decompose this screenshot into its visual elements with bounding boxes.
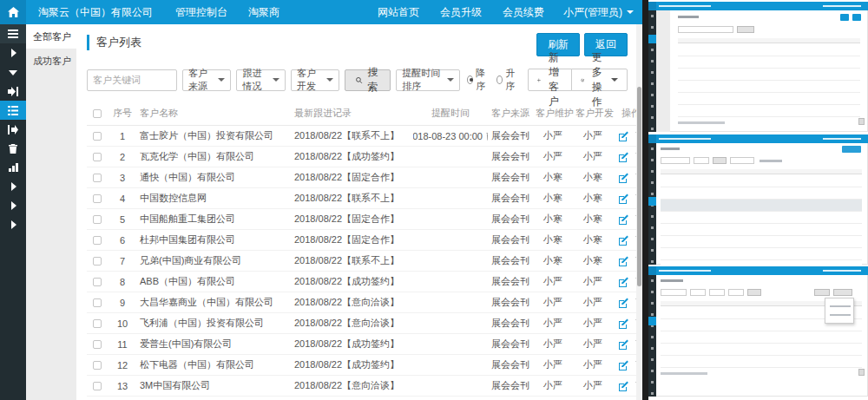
row-checkbox[interactable] <box>93 361 102 370</box>
customer-table-row: 2 瓦克化学（中国）有限公司 2018/08/22【成功签约】 展会会刊 <box>87 147 636 167</box>
customer-table-body: 1 富士胶片（中国）投资有限公司 2018/08/22【联系不上】 2018-0… <box>87 126 636 400</box>
cell-developer: 小严 <box>573 126 613 147</box>
cell-customer-name: 中国数控信息网 <box>137 188 292 209</box>
brand-company[interactable]: 淘聚云（中国）有限公司 <box>26 0 165 24</box>
radio-desc[interactable]: 降序 <box>467 67 488 93</box>
cell-customer-name: 瓦克化学（中国）有限公司 <box>137 147 292 167</box>
edit-icon[interactable] <box>618 131 628 141</box>
cell-latest-record: 2018/08/22【固定合作】 <box>292 230 413 251</box>
customer-table-row: 12 松下电器（中国）有限公司 2018/08/22【成功签约】 展会会刊 <box>87 355 636 376</box>
followup-select[interactable]: 跟进情况 <box>236 69 285 91</box>
customer-list-icon[interactable] <box>0 101 26 120</box>
cell-developer: 小寒 <box>573 167 613 188</box>
cell-no: 5 <box>108 209 137 230</box>
cell-latest-record: 2018/08/22【意向洽谈】 <box>292 376 413 397</box>
develop-select[interactable]: 客户开发 <box>291 69 339 91</box>
nav-member-renew[interactable]: 会员续费 <box>492 0 555 24</box>
thumb2-sort-select <box>730 157 754 164</box>
thumb1-home-icon <box>648 2 656 10</box>
sort-select[interactable]: 提醒时间排序 <box>396 69 460 91</box>
chevron-right-icon[interactable] <box>0 196 26 215</box>
submenu-item-all-customers[interactable]: 全部客户 <box>26 24 76 49</box>
keyword-input[interactable] <box>87 69 177 91</box>
source-select[interactable]: 客户来源 <box>182 69 231 91</box>
thumb2-filter-select <box>694 157 709 164</box>
row-checkbox[interactable] <box>93 153 102 161</box>
cell-latest-record: 2018/08/22【联系不上】 <box>292 397 413 400</box>
sidebar-toggle-menu-icon[interactable] <box>0 24 26 43</box>
customer-table-row: 14 西门子(中国)有限公司 2018/08/22【联系不上】 展会会刊 <box>87 397 636 400</box>
row-checkbox[interactable] <box>93 174 102 182</box>
thumb3-select-3 <box>728 289 744 296</box>
add-customer-button[interactable]: 新增客户 <box>528 69 572 91</box>
row-checkbox[interactable] <box>93 340 102 349</box>
app-body: 全部客户 成功客户 客户列表 刷新 返回 客户来源 <box>0 24 636 400</box>
thumb1-sidebar <box>648 10 656 132</box>
nav-shop[interactable]: 淘聚商 <box>238 0 290 24</box>
cell-source: 展会会刊 <box>488 376 533 397</box>
search-button[interactable]: 搜索 <box>345 69 391 91</box>
cell-latest-record: 2018/08/22【固定合作】 <box>292 209 413 230</box>
more-actions-button[interactable]: 更多操作 <box>571 69 628 91</box>
bar-chart-icon[interactable] <box>0 158 26 177</box>
thumb2-home-icon <box>648 134 656 143</box>
trash-icon[interactable] <box>0 139 26 158</box>
customer-table-row: 8 ABB（中国）有限公司 2018/08/22【成功签约】 展会会刊 <box>87 272 636 292</box>
edit-circle-icon <box>581 75 584 85</box>
caret-down-icon <box>326 78 333 82</box>
edit-icon[interactable] <box>618 193 628 204</box>
customer-table-row: 10 飞利浦（中国）投资有限公司 2018/08/22【意向洽谈】 展会会刊 <box>87 313 636 334</box>
edit-icon[interactable] <box>618 360 628 370</box>
row-checkbox[interactable] <box>93 194 102 203</box>
row-checkbox[interactable] <box>93 278 102 286</box>
chevron-down-icon[interactable] <box>0 62 26 82</box>
nav-site-home[interactable]: 网站首页 <box>367 0 430 24</box>
row-checkbox[interactable] <box>93 382 102 390</box>
edit-icon[interactable] <box>618 173 628 183</box>
chevron-right-icon[interactable] <box>0 177 26 196</box>
sign-in-icon[interactable] <box>0 82 26 101</box>
submenu-item-success-customers[interactable]: 成功客户 <box>26 49 76 73</box>
thumb3-topbar <box>648 266 868 275</box>
row-checkbox[interactable] <box>93 319 102 328</box>
thumb3-home-icon <box>648 266 656 275</box>
edit-icon[interactable] <box>618 381 628 391</box>
home-button[interactable] <box>0 0 26 24</box>
thumb3-open-dropdown-menu <box>825 298 854 324</box>
scrollbar-thumb[interactable] <box>637 87 641 286</box>
remind-delete-icon[interactable] <box>486 132 488 141</box>
nav-member-upgrade[interactable]: 会员升级 <box>430 0 492 24</box>
edit-icon[interactable] <box>618 152 628 162</box>
edit-icon[interactable] <box>618 214 628 225</box>
edit-icon[interactable] <box>618 235 628 246</box>
chevron-right-icon[interactable] <box>0 215 26 234</box>
user-menu[interactable]: 小严(管理员) <box>555 0 642 24</box>
row-checkbox[interactable] <box>93 132 102 141</box>
row-checkbox[interactable] <box>93 257 102 266</box>
thumb1-table-header <box>678 38 860 43</box>
edit-icon[interactable] <box>618 318 628 329</box>
edit-icon[interactable] <box>618 256 628 266</box>
screenshot-stage: 淘聚云（中国）有限公司 管理控制台 淘聚商 网站首页 会员升级 会员续费 小严(… <box>0 0 868 400</box>
thumb1-button-2 <box>852 14 861 21</box>
screenshot-thumbnail-3 <box>648 266 868 397</box>
sign-out-icon[interactable] <box>0 120 26 139</box>
edit-icon[interactable] <box>618 277 628 287</box>
nav-console[interactable]: 管理控制台 <box>165 0 238 24</box>
edit-icon[interactable] <box>618 298 628 308</box>
select-all-checkbox[interactable] <box>93 109 102 118</box>
thumb1-search-input <box>678 26 733 33</box>
cell-source: 展会会刊 <box>488 147 533 167</box>
row-checkbox[interactable] <box>93 236 102 245</box>
edit-icon[interactable] <box>618 339 628 350</box>
cell-source: 展会会刊 <box>488 397 533 400</box>
cell-developer: 小寒 <box>573 230 613 251</box>
chevron-right-icon[interactable] <box>0 43 26 62</box>
vertical-scrollbar[interactable] <box>636 24 642 400</box>
row-checkbox[interactable] <box>93 298 102 307</box>
cell-latest-record: 2018/08/22【成功签约】 <box>292 272 413 292</box>
row-checkbox[interactable] <box>93 215 102 224</box>
header-remind: 提醒时间 <box>413 102 488 126</box>
radio-asc[interactable]: 升序 <box>496 67 517 93</box>
thumb1-topbar <box>648 2 868 10</box>
